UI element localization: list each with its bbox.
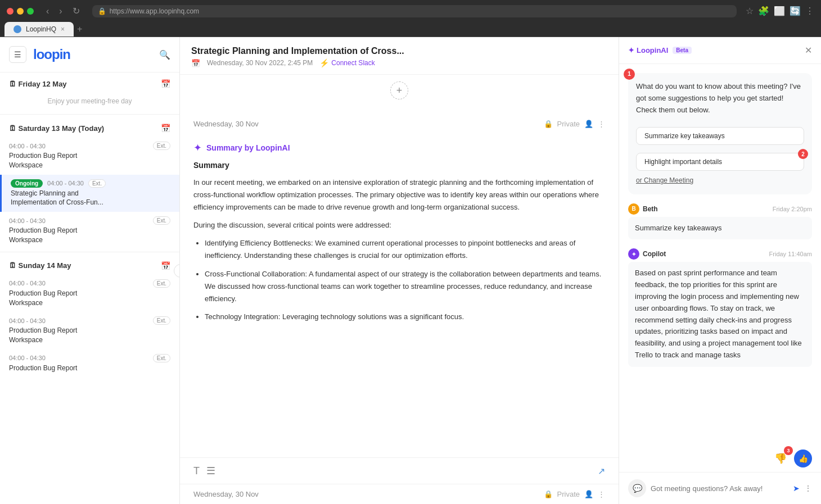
chat-mode-button[interactable]: 💬: [628, 479, 646, 497]
bubble-number-1: 1: [624, 69, 635, 80]
meeting-title-sun-2: Production Bug ReportWorkspace: [9, 326, 170, 345]
ext-badge[interactable]: Ext.: [153, 142, 170, 150]
ai-intro-text: What do you want to know about this meet…: [636, 82, 801, 114]
meeting-time-sun-1: 04:00 - 04:30: [9, 280, 46, 287]
text-format-button[interactable]: T: [193, 465, 200, 477]
tab-title: LoopinHQ: [26, 25, 56, 33]
loopinai-logo: ✦ LoopinAI: [628, 46, 668, 55]
bottom-date-label: Wednesday, 30 Nov: [193, 490, 259, 498]
meeting-time-row-sun-1: 04:00 - 04:30 Ext.: [9, 279, 170, 288]
ai-messages-list: 1 What do you want to know about this me…: [619, 64, 821, 447]
change-meeting-link[interactable]: or Change Meeting: [636, 175, 804, 186]
send-button[interactable]: ➤: [793, 484, 800, 493]
ai-intro-bubble: 1 What do you want to know about this me…: [628, 73, 812, 194]
divider-2: [0, 252, 179, 252]
meeting-time: 04:00 - 04:30: [9, 143, 46, 149]
calendar-meta-icon: 📅: [191, 59, 200, 67]
privacy-label-top: Private: [557, 120, 580, 128]
app-container: ☰ loopin 🔍 🗓 Friday 12 May 📅 Enjoy your …: [0, 37, 821, 504]
close-traffic-light[interactable]: [7, 8, 13, 15]
top-date-label: Wednesday, 30 Nov: [193, 120, 259, 128]
ai-summary-section: ✦ Summary by LoopinAI Summary In our rec…: [193, 139, 605, 338]
suggestion-button-2[interactable]: 2 Highlight important details: [636, 153, 804, 171]
maximize-traffic-light[interactable]: [27, 8, 34, 15]
connect-slack-button[interactable]: ⚡ Connect Slack: [319, 58, 375, 67]
ext-badge-sun-3[interactable]: Ext.: [153, 354, 170, 362]
list-item-active[interactable]: Ongoing 04:00 - 04:30 Ext. Strategic Pla…: [0, 175, 179, 212]
slack-icon: ⚡: [319, 58, 329, 67]
new-tab-button[interactable]: +: [74, 24, 85, 34]
suggestion-label-1: Summarize key takeaways: [644, 132, 725, 140]
like-button[interactable]: 👍: [794, 449, 812, 467]
empty-day-message: Enjoy your meeting-free day: [0, 93, 179, 112]
ext-badge-sun-1[interactable]: Ext.: [153, 279, 170, 288]
suggestion-button-1[interactable]: Summarize key takeaways: [636, 127, 804, 145]
ext-badge-ongoing[interactable]: Ext.: [88, 179, 106, 188]
summary-bullet-2: Cross-Functional Collaboration: A fundam…: [205, 268, 605, 305]
minimize-traffic-light[interactable]: [17, 8, 24, 15]
address-bar[interactable]: 🔒 https://www.app.loopinhq.com: [92, 5, 737, 17]
list-format-button[interactable]: ☰: [206, 465, 215, 477]
ext-badge-sun-2[interactable]: Ext.: [153, 316, 170, 325]
meeting-time-row-2: 04:00 - 04:30 Ext.: [9, 216, 170, 225]
ongoing-meeting-title: Strategic Planning andImplementation of …: [11, 189, 170, 208]
list-item-sun-3[interactable]: 04:00 - 04:30 Ext. Production Bug Report: [0, 349, 179, 378]
more-options-top[interactable]: ⋮: [598, 120, 605, 128]
sync-icon[interactable]: 🔄: [790, 6, 801, 16]
ai-panel: ✦ LoopinAI Beta ✕ 1 What do you want to …: [619, 37, 821, 504]
menu-icon[interactable]: ⋮: [805, 6, 814, 16]
summary-para-1: In our recent meeting, we embarked on an…: [193, 176, 605, 214]
calendar-icon-friday[interactable]: 📅: [161, 79, 170, 88]
ai-panel-close-button[interactable]: ✕: [805, 45, 812, 56]
chat-input[interactable]: [651, 484, 788, 493]
share-button[interactable]: ↗: [598, 466, 605, 476]
copilot-message-time: Friday 11:40am: [769, 251, 812, 257]
puzzle-icon[interactable]: 🧩: [758, 6, 769, 16]
window-icon[interactable]: ⬜: [774, 6, 785, 16]
forward-button[interactable]: ›: [56, 4, 65, 17]
search-button[interactable]: 🔍: [159, 49, 170, 60]
meeting-meta: 📅 Wednesday, 30 Nov 2022, 2:45 PM ⚡ Conn…: [191, 58, 607, 67]
copilot-icon: ✦: [628, 248, 639, 260]
calendar-icon-saturday[interactable]: 📅: [161, 124, 170, 133]
main-content: Strategic Planning and Implementation of…: [180, 37, 619, 504]
list-item[interactable]: 04:00 - 04:30 Ext. Production Bug Report…: [0, 137, 179, 175]
list-item-2[interactable]: 04:00 - 04:30 Ext. Production Bug Report…: [0, 212, 179, 249]
privacy-label-bottom: Private: [557, 490, 580, 498]
ongoing-row: Ongoing 04:00 - 04:30 Ext.: [11, 179, 170, 188]
more-options-bottom[interactable]: ⋮: [598, 490, 605, 498]
add-content-button[interactable]: +: [390, 81, 408, 99]
loopin-logo: loopin: [33, 47, 70, 62]
summary-body: In our recent meeting, we embarked on an…: [193, 176, 605, 323]
day-section-sunday: 🗓 Sunday 14 May 📅 04:00 - 04:30 Ext. Pro…: [0, 255, 179, 378]
menu-toggle-button[interactable]: ☰: [9, 46, 26, 63]
list-item-sun-1[interactable]: 04:00 - 04:30 Ext. Production Bug Report…: [0, 275, 179, 312]
day-title-sunday: 🗓 Sunday 14 May: [9, 261, 71, 270]
chat-user-beth: B Beth: [628, 203, 658, 215]
tab-close-button[interactable]: ×: [61, 25, 65, 33]
ai-panel-title: ✦ LoopinAI Beta: [628, 46, 692, 55]
calendar-icon-sunday[interactable]: 📅: [161, 261, 170, 270]
traffic-lights: [7, 8, 34, 15]
attendees-icon-bottom[interactable]: 👤: [584, 490, 593, 498]
back-button[interactable]: ‹: [43, 4, 52, 17]
content-footer: T ☰ ↗: [180, 457, 619, 484]
meeting-title: Production Bug ReportWorkspace: [9, 151, 170, 170]
more-options-button[interactable]: ⋮: [804, 484, 812, 493]
beth-message-time: Friday 2:20pm: [773, 206, 812, 212]
star-icon[interactable]: ☆: [746, 6, 754, 16]
footer-tools: T ☰: [193, 465, 215, 477]
loopinai-icon: ✦: [628, 46, 634, 55]
list-item-sun-2[interactable]: 04:00 - 04:30 Ext. Production Bug Report…: [0, 312, 179, 349]
private-icon-bottom: 🔒: [544, 490, 553, 498]
beta-badge: Beta: [673, 47, 692, 54]
ai-sparkle-icon: ✦: [193, 142, 202, 154]
ext-badge-2[interactable]: Ext.: [153, 216, 170, 225]
refresh-button[interactable]: ↻: [69, 4, 83, 17]
attendees-icon-top[interactable]: 👤: [584, 120, 593, 128]
chat-header-copilot: ✦ Copilot Friday 11:40am: [628, 248, 812, 260]
summary-bullets-list: Identifying Efficiency Bottlenecks: We e…: [193, 237, 605, 323]
active-tab[interactable]: LoopinHQ ×: [4, 22, 74, 37]
bottom-date-bar: Wednesday, 30 Nov 🔒 Private 👤 ⋮: [180, 484, 619, 504]
ongoing-badge: Ongoing: [11, 179, 43, 188]
